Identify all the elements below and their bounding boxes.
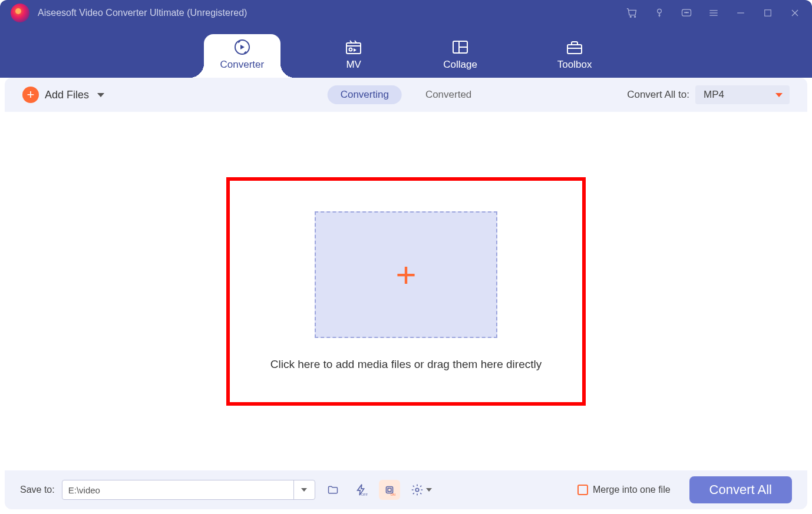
chevron-down-icon [97,93,104,97]
tab-collage[interactable]: Collage [427,34,494,78]
footer: Save to: OFF ON Merge into one file Conv… [5,470,807,509]
svg-point-24 [415,488,419,492]
caret-down-icon [775,93,783,97]
tab-toolbox[interactable]: Toolbox [541,34,609,78]
tab-label: Converter [220,59,265,71]
add-files-label: Add Files [45,89,89,101]
toolbar: + Add Files Converting Converted Convert… [5,78,807,112]
mv-icon [344,39,363,55]
app-logo [11,4,29,22]
minimize-button[interactable] [734,6,747,19]
add-files-button[interactable]: + Add Files [22,87,104,103]
window-controls [626,6,801,19]
tab-mv[interactable]: MV [328,34,379,78]
main-tabs: Converter MV Collage Toolbox [0,26,812,78]
tab-label: Toolbox [557,59,592,71]
tab-converter[interactable]: Converter [204,34,281,78]
svg-rect-9 [765,10,771,16]
open-folder-button[interactable] [322,480,344,500]
feedback-icon[interactable] [680,6,693,19]
plus-icon: + [22,87,39,103]
close-button[interactable] [788,6,801,19]
toolbox-icon [565,39,584,55]
svg-point-15 [349,48,352,51]
convert-all-to-label: Convert All to: [627,89,689,101]
svg-rect-22 [388,488,391,492]
checkbox-icon [577,485,588,495]
svg-marker-13 [240,45,245,49]
caret-down-icon [426,488,432,492]
convert-all-to: Convert All to: MP4 [627,85,790,104]
merge-checkbox[interactable]: Merge into one file [577,485,671,495]
svg-rect-19 [567,45,582,54]
main-area: + Click here to add media files or drag … [5,112,807,470]
cart-icon[interactable] [626,6,639,19]
drop-hint: Click here to add media files or drag th… [270,358,542,371]
status-tab-converted[interactable]: Converted [412,85,484,104]
save-path-select [62,480,315,500]
titlebar-top: Aiseesoft Video Converter Ultimate (Unre… [0,0,812,26]
svg-point-4 [688,12,688,13]
app-window: Aiseesoft Video Converter Ultimate (Unre… [0,0,812,514]
svg-text:ON: ON [391,493,395,496]
save-to-label: Save to: [20,485,55,495]
titlebar: Aiseesoft Video Converter Ultimate (Unre… [0,0,812,78]
settings-button[interactable] [407,480,435,500]
svg-point-2 [685,12,685,13]
tab-label: MV [346,59,361,71]
save-path-dropdown[interactable] [293,480,315,499]
save-path-input[interactable] [62,485,293,495]
drop-zone[interactable]: + Click here to add media files or drag … [226,177,586,406]
merge-label: Merge into one file [593,485,671,495]
converter-icon [233,39,252,55]
maximize-button[interactable] [761,6,774,19]
svg-text:OFF: OFF [361,493,368,496]
high-speed-off-button[interactable]: OFF [351,480,372,500]
svg-rect-21 [386,487,392,493]
app-title: Aiseesoft Video Converter Ultimate (Unre… [38,8,247,18]
convert-all-button[interactable]: Convert All [689,476,792,503]
gpu-on-button[interactable]: ON [379,480,400,500]
collage-icon [451,39,470,55]
plus-icon: + [395,254,416,295]
key-icon[interactable] [653,6,666,19]
status-tab-converting[interactable]: Converting [328,85,402,104]
svg-point-0 [658,9,662,13]
menu-icon[interactable] [707,6,720,19]
svg-point-3 [686,12,686,13]
caret-down-icon [301,488,307,492]
drop-box[interactable]: + [315,211,497,338]
format-select[interactable]: MP4 [695,85,790,104]
status-tabs: Converting Converted [328,85,485,104]
format-value: MP4 [704,89,724,101]
tab-label: Collage [443,59,477,71]
